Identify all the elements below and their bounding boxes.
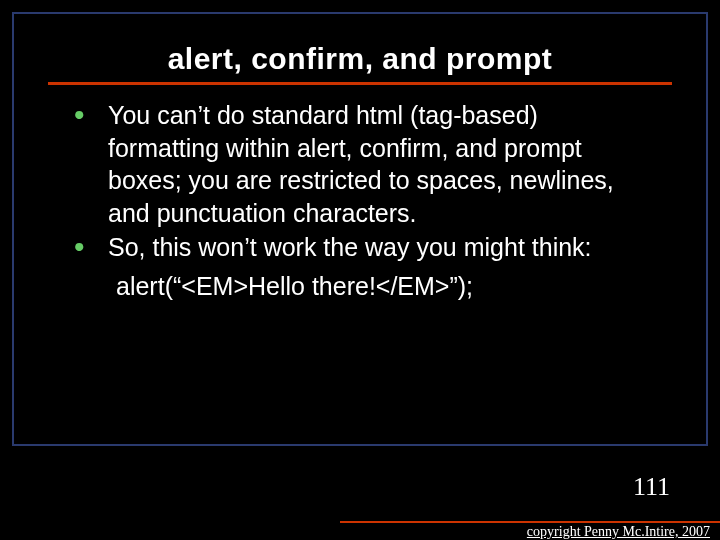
slide-title: alert, confirm, and prompt: [14, 14, 706, 82]
code-example: alert(“<EM>Hello there!</EM>”);: [14, 266, 706, 301]
bullet-list: You can’t do standard html (tag-based) f…: [14, 99, 706, 264]
list-item: You can’t do standard html (tag-based) f…: [74, 99, 646, 229]
slide-frame: alert, confirm, and prompt You can’t do …: [12, 12, 708, 446]
title-underline: [48, 82, 672, 85]
page-number: 111: [633, 472, 670, 502]
copyright-rule: [340, 521, 720, 523]
copyright-block: copyright Penny Mc.Intire, 2007: [340, 521, 720, 540]
list-item: So, this won’t work the way you might th…: [74, 231, 646, 264]
copyright-text: copyright Penny Mc.Intire, 2007: [340, 524, 720, 540]
